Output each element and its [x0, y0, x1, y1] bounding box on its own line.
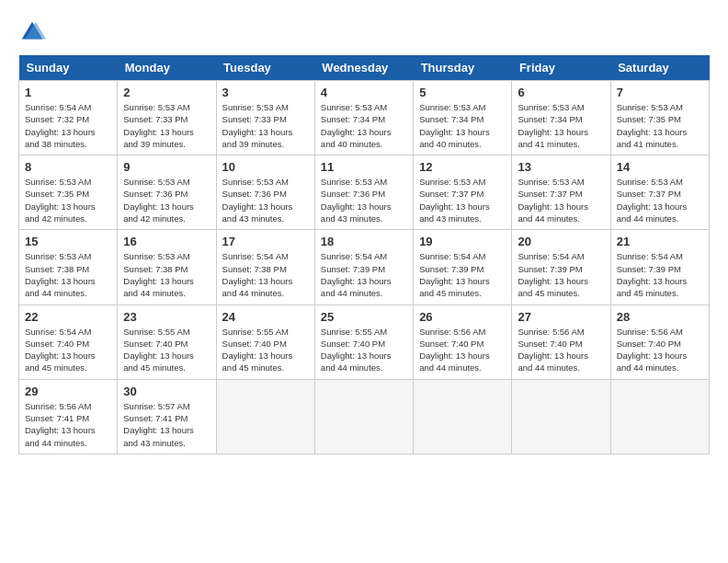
day-number: 6: [518, 86, 604, 99]
day-info: Sunrise: 5:56 AM Sunset: 7:40 PM Dayligh…: [419, 326, 506, 374]
header-day-saturday: Saturday: [610, 55, 709, 81]
day-number: 29: [25, 385, 111, 398]
day-number: 21: [617, 235, 703, 248]
day-number: 26: [419, 310, 506, 324]
day-info: Sunrise: 5:53 AM Sunset: 7:38 PM Dayligh…: [123, 250, 210, 299]
day-info: Sunrise: 5:53 AM Sunset: 7:33 PM Dayligh…: [222, 101, 309, 150]
day-number: 12: [419, 160, 506, 174]
header-day-friday: Friday: [512, 55, 610, 81]
day-info: Sunrise: 5:54 AM Sunset: 7:39 PM Dayligh…: [321, 250, 407, 299]
header-day-wednesday: Wednesday: [314, 55, 413, 81]
day-number: 18: [321, 235, 407, 248]
day-number: 17: [222, 235, 309, 248]
day-number: 4: [321, 86, 407, 99]
calendar-cell: 27Sunrise: 5:56 AM Sunset: 7:40 PM Dayli…: [512, 304, 610, 379]
day-info: Sunrise: 5:53 AM Sunset: 7:36 PM Dayligh…: [222, 176, 309, 224]
day-number: 8: [25, 160, 111, 174]
header-row: SundayMondayTuesdayWednesdayThursdayFrid…: [19, 55, 710, 81]
calendar-week-5: 29Sunrise: 5:56 AM Sunset: 7:41 PM Dayli…: [19, 379, 710, 454]
day-number: 2: [123, 86, 210, 99]
day-info: Sunrise: 5:55 AM Sunset: 7:40 PM Dayligh…: [222, 326, 309, 374]
day-info: Sunrise: 5:55 AM Sunset: 7:40 PM Dayligh…: [321, 326, 407, 374]
calendar-cell: 10Sunrise: 5:53 AM Sunset: 7:36 PM Dayli…: [216, 155, 314, 230]
calendar-cell: 15Sunrise: 5:53 AM Sunset: 7:38 PM Dayli…: [19, 230, 118, 304]
calendar-cell: 19Sunrise: 5:54 AM Sunset: 7:39 PM Dayli…: [414, 230, 512, 304]
calendar-cell: 6Sunrise: 5:53 AM Sunset: 7:34 PM Daylig…: [512, 81, 610, 155]
day-info: Sunrise: 5:53 AM Sunset: 7:37 PM Dayligh…: [518, 176, 604, 224]
day-info: Sunrise: 5:54 AM Sunset: 7:39 PM Dayligh…: [518, 250, 604, 299]
calendar-cell: 24Sunrise: 5:55 AM Sunset: 7:40 PM Dayli…: [216, 304, 314, 379]
calendar-cell: 17Sunrise: 5:54 AM Sunset: 7:38 PM Dayli…: [216, 230, 314, 304]
day-info: Sunrise: 5:56 AM Sunset: 7:40 PM Dayligh…: [518, 326, 604, 374]
day-info: Sunrise: 5:54 AM Sunset: 7:40 PM Dayligh…: [25, 326, 111, 374]
calendar-cell: [414, 379, 512, 454]
day-info: Sunrise: 5:53 AM Sunset: 7:35 PM Dayligh…: [617, 101, 703, 150]
day-number: 11: [321, 160, 407, 174]
day-number: 13: [518, 160, 604, 174]
calendar-cell: [314, 379, 413, 454]
day-info: Sunrise: 5:54 AM Sunset: 7:39 PM Dayligh…: [419, 250, 506, 299]
day-info: Sunrise: 5:56 AM Sunset: 7:40 PM Dayligh…: [617, 326, 703, 374]
day-number: 15: [25, 235, 111, 248]
day-info: Sunrise: 5:53 AM Sunset: 7:33 PM Dayligh…: [123, 101, 210, 150]
calendar-week-3: 15Sunrise: 5:53 AM Sunset: 7:38 PM Dayli…: [19, 230, 710, 304]
calendar-cell: 21Sunrise: 5:54 AM Sunset: 7:39 PM Dayli…: [610, 230, 709, 304]
day-number: 24: [222, 310, 309, 324]
day-number: 5: [419, 86, 506, 99]
day-number: 7: [617, 86, 703, 99]
calendar-cell: 23Sunrise: 5:55 AM Sunset: 7:40 PM Dayli…: [118, 304, 216, 379]
day-number: 20: [518, 235, 604, 248]
calendar-cell: 3Sunrise: 5:53 AM Sunset: 7:33 PM Daylig…: [216, 81, 314, 155]
header-day-sunday: Sunday: [19, 55, 118, 81]
calendar-cell: 7Sunrise: 5:53 AM Sunset: 7:35 PM Daylig…: [610, 81, 709, 155]
calendar-cell: 14Sunrise: 5:53 AM Sunset: 7:37 PM Dayli…: [610, 155, 709, 230]
day-info: Sunrise: 5:53 AM Sunset: 7:34 PM Dayligh…: [518, 101, 604, 150]
calendar-week-4: 22Sunrise: 5:54 AM Sunset: 7:40 PM Dayli…: [19, 304, 710, 379]
day-number: 19: [419, 235, 506, 248]
calendar-cell: 5Sunrise: 5:53 AM Sunset: 7:34 PM Daylig…: [414, 81, 512, 155]
day-info: Sunrise: 5:56 AM Sunset: 7:41 PM Dayligh…: [25, 400, 111, 449]
day-number: 1: [25, 86, 111, 99]
day-info: Sunrise: 5:57 AM Sunset: 7:41 PM Dayligh…: [123, 400, 210, 449]
day-number: 22: [25, 310, 111, 324]
day-info: Sunrise: 5:53 AM Sunset: 7:36 PM Dayligh…: [123, 176, 210, 224]
calendar-cell: 4Sunrise: 5:53 AM Sunset: 7:34 PM Daylig…: [314, 81, 413, 155]
day-info: Sunrise: 5:54 AM Sunset: 7:32 PM Dayligh…: [25, 101, 111, 150]
day-info: Sunrise: 5:53 AM Sunset: 7:34 PM Dayligh…: [419, 101, 506, 150]
day-info: Sunrise: 5:54 AM Sunset: 7:38 PM Dayligh…: [222, 250, 309, 299]
day-number: 14: [617, 160, 703, 174]
day-info: Sunrise: 5:53 AM Sunset: 7:35 PM Dayligh…: [25, 176, 111, 224]
calendar-cell: 2Sunrise: 5:53 AM Sunset: 7:33 PM Daylig…: [118, 81, 216, 155]
day-number: 25: [321, 310, 407, 324]
logo: [18, 18, 50, 46]
day-info: Sunrise: 5:53 AM Sunset: 7:34 PM Dayligh…: [321, 101, 407, 150]
day-info: Sunrise: 5:53 AM Sunset: 7:36 PM Dayligh…: [321, 176, 407, 224]
day-number: 3: [222, 86, 309, 99]
day-number: 9: [123, 160, 210, 174]
calendar-cell: 20Sunrise: 5:54 AM Sunset: 7:39 PM Dayli…: [512, 230, 610, 304]
calendar-cell: 22Sunrise: 5:54 AM Sunset: 7:40 PM Dayli…: [19, 304, 118, 379]
day-info: Sunrise: 5:55 AM Sunset: 7:40 PM Dayligh…: [123, 326, 210, 374]
day-info: Sunrise: 5:53 AM Sunset: 7:37 PM Dayligh…: [617, 176, 703, 224]
header: [18, 18, 710, 46]
calendar-cell: [216, 379, 314, 454]
day-number: 23: [123, 310, 210, 324]
calendar-cell: [512, 379, 610, 454]
calendar-cell: 18Sunrise: 5:54 AM Sunset: 7:39 PM Dayli…: [314, 230, 413, 304]
calendar-cell: 8Sunrise: 5:53 AM Sunset: 7:35 PM Daylig…: [19, 155, 118, 230]
calendar-body: 1Sunrise: 5:54 AM Sunset: 7:32 PM Daylig…: [19, 81, 710, 454]
calendar-table: SundayMondayTuesdayWednesdayThursdayFrid…: [18, 55, 710, 454]
calendar-week-2: 8Sunrise: 5:53 AM Sunset: 7:35 PM Daylig…: [19, 155, 710, 230]
calendar-cell: 25Sunrise: 5:55 AM Sunset: 7:40 PM Dayli…: [314, 304, 413, 379]
day-info: Sunrise: 5:53 AM Sunset: 7:37 PM Dayligh…: [419, 176, 506, 224]
day-info: Sunrise: 5:53 AM Sunset: 7:38 PM Dayligh…: [25, 250, 111, 299]
day-number: 30: [123, 385, 210, 398]
calendar-cell: 30Sunrise: 5:57 AM Sunset: 7:41 PM Dayli…: [118, 379, 216, 454]
day-number: 10: [222, 160, 309, 174]
calendar-cell: [610, 379, 709, 454]
calendar-header: SundayMondayTuesdayWednesdayThursdayFrid…: [19, 55, 710, 81]
day-number: 28: [617, 310, 703, 324]
day-number: 16: [123, 235, 210, 248]
day-info: Sunrise: 5:54 AM Sunset: 7:39 PM Dayligh…: [617, 250, 703, 299]
calendar-cell: 11Sunrise: 5:53 AM Sunset: 7:36 PM Dayli…: [314, 155, 413, 230]
